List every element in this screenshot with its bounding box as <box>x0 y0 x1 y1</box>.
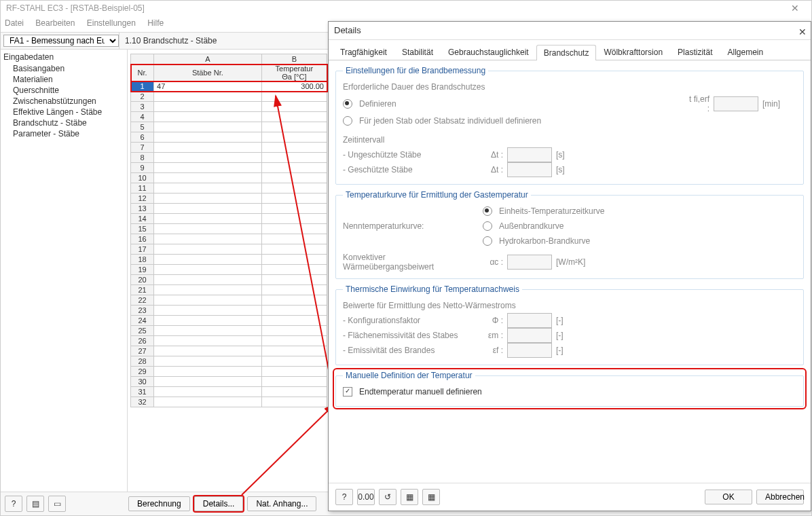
toolbar-icon-1[interactable]: ▤ <box>26 496 44 512</box>
row-12-temp[interactable] <box>261 194 327 204</box>
row-29-num[interactable]: 29 <box>131 367 154 377</box>
berechnung-button[interactable]: Berechnung <box>128 496 190 511</box>
row-7-num[interactable]: 7 <box>131 143 154 153</box>
tree-item-parameter[interactable]: Parameter - Stäbe <box>3 128 124 139</box>
row-28-num[interactable]: 28 <box>131 356 154 367</box>
row-9-temp[interactable] <box>261 163 327 173</box>
row-10-num[interactable]: 10 <box>131 173 154 183</box>
tree-item-brandschutz[interactable]: Brandschutz - Stäbe <box>3 117 124 128</box>
tree-item-materialien[interactable]: Materialien <box>3 74 124 85</box>
dialog-close-button[interactable]: ✕ <box>798 23 807 41</box>
row-22-num[interactable]: 22 <box>131 295 154 306</box>
row-30-temp[interactable] <box>261 377 327 387</box>
row-25-num[interactable]: 25 <box>131 326 154 336</box>
row-5-temp[interactable] <box>261 122 327 132</box>
dlg-reset-icon[interactable]: ↺ <box>379 489 396 505</box>
dlg-help-icon[interactable]: ? <box>335 489 353 505</box>
row-21-num[interactable]: 21 <box>131 285 154 295</box>
row-5-staebe[interactable] <box>154 122 262 132</box>
row-4-num[interactable]: 4 <box>131 112 154 122</box>
row-31-staebe[interactable] <box>154 387 262 397</box>
tab-allgemein[interactable]: Allgemein <box>720 44 771 60</box>
row-5-num[interactable]: 5 <box>131 122 154 132</box>
input-tfierf[interactable] <box>714 96 758 111</box>
tab-plastizitaet[interactable]: Plastizität <box>670 44 720 60</box>
input-dt-unprot[interactable] <box>507 147 552 162</box>
radio-definieren[interactable] <box>343 99 352 109</box>
tree-item-effektive-laengen[interactable]: Effektive Längen - Stäbe <box>3 107 124 117</box>
row-4-temp[interactable] <box>261 112 327 122</box>
row-15-staebe[interactable] <box>154 224 262 234</box>
row-27-num[interactable]: 27 <box>131 346 154 356</box>
row-13-temp[interactable] <box>261 204 327 214</box>
row-29-staebe[interactable] <box>154 367 262 377</box>
tree-root[interactable]: Eingabedaten <box>3 52 124 62</box>
row-3-staebe[interactable] <box>154 102 262 112</box>
row-20-temp[interactable] <box>261 275 327 285</box>
row-7-temp[interactable] <box>261 143 327 153</box>
row-9-staebe[interactable] <box>154 163 262 173</box>
row-32-staebe[interactable] <box>154 397 262 407</box>
row-32-temp[interactable] <box>261 397 327 407</box>
input-phi[interactable] <box>507 313 552 328</box>
row-2-temp[interactable] <box>261 92 327 102</box>
input-dt-prot[interactable] <box>507 162 552 177</box>
row-13-staebe[interactable] <box>154 204 262 214</box>
row-16-staebe[interactable] <box>154 234 262 244</box>
help-icon[interactable]: ? <box>5 496 22 512</box>
row-14-staebe[interactable] <box>154 214 262 224</box>
input-ef[interactable] <box>507 343 552 358</box>
radio-hydrokarbon[interactable] <box>483 236 492 246</box>
row-18-staebe[interactable] <box>154 255 262 265</box>
row-9-num[interactable]: 9 <box>131 163 154 173</box>
row-11-temp[interactable] <box>261 183 327 194</box>
row-8-num[interactable]: 8 <box>131 153 154 163</box>
row-27-temp[interactable] <box>261 346 327 356</box>
row-24-num[interactable]: 24 <box>131 316 154 326</box>
row-24-temp[interactable] <box>261 316 327 326</box>
row-3-num[interactable]: 3 <box>131 102 154 112</box>
row-17-staebe[interactable] <box>154 244 262 255</box>
radio-einheits[interactable] <box>483 206 492 216</box>
menu-settings[interactable]: Einstellungen <box>87 18 136 28</box>
row-22-staebe[interactable] <box>154 295 262 306</box>
row-30-num[interactable]: 30 <box>131 377 154 387</box>
radio-individuell[interactable] <box>343 116 352 126</box>
menu-help[interactable]: Hilfe <box>147 18 164 28</box>
row-15-num[interactable]: 15 <box>131 224 154 234</box>
row-2-staebe[interactable] <box>154 92 262 102</box>
row-14-num[interactable]: 14 <box>131 214 154 224</box>
row-28-staebe[interactable] <box>154 356 262 367</box>
input-em[interactable] <box>507 328 552 343</box>
row-19-temp[interactable] <box>261 265 327 275</box>
row-30-staebe[interactable] <box>154 377 262 387</box>
row-19-num[interactable]: 19 <box>131 265 154 275</box>
nat-anhang-button[interactable]: Nat. Anhang... <box>247 496 316 511</box>
row-4-staebe[interactable] <box>154 112 262 122</box>
tab-woelbkrafttorsion[interactable]: Wölbkrafttorsion <box>596 44 670 60</box>
row-10-staebe[interactable] <box>154 173 262 183</box>
row-18-num[interactable]: 18 <box>131 255 154 265</box>
tree-item-zwischenabstuetzungen[interactable]: Zwischenabstützungen <box>3 96 124 107</box>
row-28-temp[interactable] <box>261 356 327 367</box>
row-15-temp[interactable] <box>261 224 327 234</box>
row-1-staebe[interactable]: 47 <box>154 81 262 92</box>
dlg-abbrechen-button[interactable]: Abbrechen <box>756 490 804 504</box>
row-23-staebe[interactable] <box>154 306 262 316</box>
row-23-num[interactable]: 23 <box>131 306 154 316</box>
menu-edit[interactable]: Bearbeiten <box>35 18 75 28</box>
tab-brandschutz[interactable]: Brandschutz <box>536 45 597 60</box>
row-12-num[interactable]: 12 <box>131 194 154 204</box>
toolbar-icon-2[interactable]: ▭ <box>48 496 66 512</box>
dlg-load-icon[interactable]: ▦ <box>422 489 440 505</box>
row-25-temp[interactable] <box>261 326 327 336</box>
row-17-num[interactable]: 17 <box>131 244 154 255</box>
row-7-staebe[interactable] <box>154 143 262 153</box>
row-16-num[interactable]: 16 <box>131 234 154 244</box>
tree-item-basisangaben[interactable]: Basisangaben <box>3 63 124 74</box>
load-case-select[interactable]: FA1 - Bemessung nach Eurocod… <box>3 35 119 47</box>
row-17-temp[interactable] <box>261 244 327 255</box>
row-12-staebe[interactable] <box>154 194 262 204</box>
row-8-staebe[interactable] <box>154 153 262 163</box>
row-1-temp[interactable]: 300.00 <box>261 81 327 92</box>
